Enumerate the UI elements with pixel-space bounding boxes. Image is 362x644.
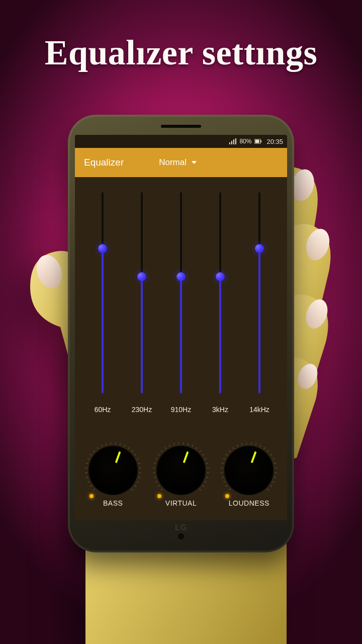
slider-thumb[interactable] [137,272,146,281]
svg-line-42 [154,463,156,464]
svg-line-25 [128,447,129,449]
home-indicator [178,533,184,539]
chevron-down-icon [192,161,197,164]
svg-line-76 [242,443,242,445]
svg-line-26 [131,450,133,452]
eq-slider-910Hz[interactable]: 910Hz [166,192,196,439]
slider-label: 3kHz [212,406,228,414]
battery-pct: 80% [239,138,251,145]
slider-thumb[interactable] [98,244,107,253]
svg-line-29 [138,463,140,464]
svg-line-53 [196,447,197,449]
svg-line-39 [154,477,156,477]
knob-virtual[interactable]: VIRTUAL [148,441,214,507]
phone-frame: 80% 20:35 Equalizer Normal 60Hz230Hz910H… [68,115,294,552]
knob-bass[interactable]: BASS [80,441,146,507]
svg-line-24 [124,445,125,447]
svg-line-83 [270,454,272,455]
svg-line-74 [233,447,234,449]
svg-line-18 [97,447,98,449]
preset-dropdown[interactable]: Normal [159,157,197,168]
svg-line-66 [224,481,226,482]
slider-label: 910Hz [171,406,191,414]
svg-line-61 [205,481,207,482]
svg-line-8 [93,489,95,491]
svg-line-44 [158,454,159,455]
svg-line-36 [161,489,162,491]
svg-line-16 [90,454,92,455]
svg-rect-7 [260,140,261,142]
eq-slider-230Hz[interactable]: 230Hz [127,192,157,439]
svg-line-19 [101,445,102,447]
knob-label: LOUDNESS [229,499,269,507]
preset-label: Normal [159,157,187,168]
app-title: Equalizer [84,157,124,168]
svg-rect-6 [255,140,259,143]
eq-slider-3kHz[interactable]: 3kHz [205,192,235,439]
svg-line-20 [106,443,106,445]
svg-line-75 [237,445,238,447]
svg-line-48 [173,443,174,445]
slider-thumb[interactable] [216,272,225,281]
svg-line-81 [264,447,265,449]
svg-line-38 [155,481,157,482]
svg-line-56 [205,458,207,459]
phone-brand: LG [175,523,187,532]
eq-sliders: 60Hz230Hz910Hz3kHz14kHz [75,177,287,439]
svg-line-55 [203,454,204,455]
svg-line-45 [161,450,162,452]
svg-line-11 [86,477,88,477]
svg-line-23 [120,443,120,445]
app-bar: Equalizer Normal [75,148,287,177]
svg-line-62 [203,486,204,487]
svg-line-85 [275,463,277,464]
svg-line-79 [256,443,256,445]
svg-line-14 [86,463,88,464]
led-icon [89,494,94,498]
phone-screen: 80% 20:35 Equalizer Normal 60Hz230Hz910H… [75,135,287,520]
svg-line-71 [224,458,226,459]
svg-line-32 [138,477,140,477]
svg-line-27 [134,454,136,455]
knob-label: BASS [103,499,123,507]
svg-line-57 [206,463,208,464]
svg-line-82 [267,450,269,452]
svg-line-15 [87,458,89,459]
svg-line-65 [226,486,227,487]
knob-loudness[interactable]: LOUDNESS [216,441,282,507]
battery-icon [254,139,261,144]
knob-label: VIRTUAL [165,499,197,507]
led-icon [157,494,161,498]
svg-line-91 [267,489,269,491]
svg-line-90 [270,486,272,487]
svg-line-43 [155,458,157,459]
svg-line-35 [131,489,133,491]
slider-thumb[interactable] [255,244,264,253]
svg-line-84 [273,458,275,459]
svg-line-46 [165,447,166,449]
slider-label: 230Hz [132,406,152,414]
signal-icon [229,138,236,144]
svg-line-88 [275,477,277,477]
slider-label: 14kHz [249,406,269,414]
svg-line-52 [192,445,193,447]
eq-slider-60Hz[interactable]: 60Hz [87,192,118,439]
svg-line-54 [200,450,201,452]
svg-line-80 [260,445,261,447]
svg-line-60 [206,477,208,477]
svg-line-72 [226,454,227,455]
svg-line-64 [229,489,231,491]
eq-knobs: BASSVIRTUALLOUDNESS [75,439,287,507]
svg-line-67 [222,477,224,477]
svg-line-10 [87,481,89,482]
svg-line-34 [134,486,136,487]
svg-line-70 [222,463,224,464]
slider-thumb[interactable] [176,272,186,281]
svg-line-63 [200,489,201,491]
status-bar: 80% 20:35 [75,135,287,148]
svg-line-47 [169,445,170,447]
eq-slider-14kHz[interactable]: 14kHz [244,192,275,439]
svg-line-89 [273,481,275,482]
svg-line-33 [137,481,139,482]
svg-line-37 [158,486,159,487]
